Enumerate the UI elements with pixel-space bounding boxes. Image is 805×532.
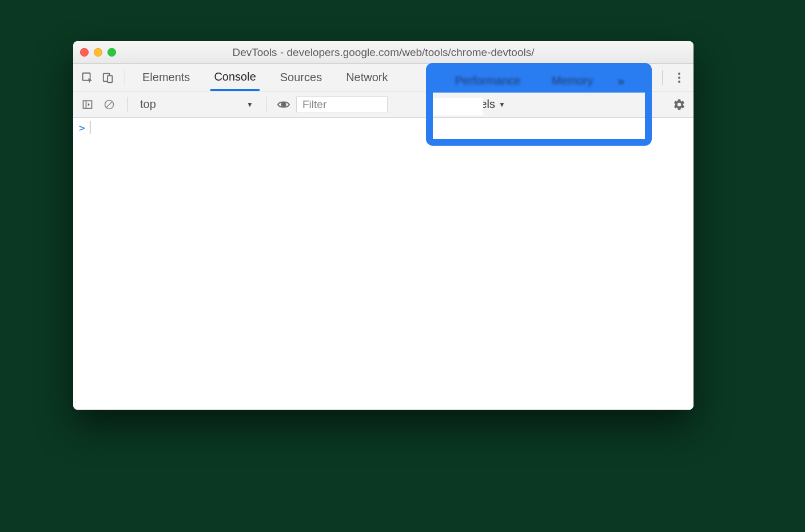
panel-tabs: Elements Console Sources Network bbox=[139, 64, 392, 91]
tab-elements[interactable]: Elements bbox=[139, 64, 193, 91]
toggle-sidebar-icon[interactable] bbox=[79, 96, 96, 113]
settings-gear-icon[interactable] bbox=[671, 96, 688, 113]
tab-network[interactable]: Network bbox=[342, 64, 391, 91]
traffic-lights bbox=[80, 48, 116, 57]
divider bbox=[662, 70, 663, 85]
annotation-overlay-fill bbox=[433, 70, 645, 93]
filter-input[interactable] bbox=[296, 96, 388, 113]
console-prompt[interactable]: > bbox=[79, 121, 688, 134]
console-toolbar: top ▼ Default levels ▼ bbox=[73, 91, 694, 118]
divider bbox=[127, 97, 127, 112]
svg-line-6 bbox=[106, 102, 112, 107]
divider bbox=[266, 97, 266, 112]
context-selector[interactable]: top ▼ bbox=[137, 98, 257, 111]
titlebar: DevTools - developers.google.com/web/too… bbox=[73, 41, 694, 64]
maximize-window-button[interactable] bbox=[107, 48, 116, 57]
live-expression-icon[interactable] bbox=[276, 96, 292, 113]
annotation-overlay-gap bbox=[433, 98, 483, 115]
inspect-element-icon[interactable] bbox=[79, 69, 96, 86]
minimize-window-button[interactable] bbox=[94, 48, 102, 57]
svg-rect-2 bbox=[107, 75, 112, 82]
dropdown-triangle-icon: ▼ bbox=[499, 101, 505, 109]
prompt-chevron-icon: > bbox=[79, 122, 85, 134]
svg-point-7 bbox=[282, 102, 286, 106]
device-toggle-icon[interactable] bbox=[99, 69, 117, 86]
dropdown-triangle-icon: ▼ bbox=[246, 101, 253, 109]
kebab-menu-icon[interactable] bbox=[671, 69, 688, 86]
tab-sources[interactable]: Sources bbox=[277, 64, 325, 91]
tab-console[interactable]: Console bbox=[210, 64, 259, 91]
close-window-button[interactable] bbox=[80, 48, 89, 57]
clear-console-icon[interactable] bbox=[101, 96, 118, 113]
window-title: DevTools - developers.google.com/web/too… bbox=[73, 46, 694, 59]
context-label: top bbox=[140, 98, 156, 111]
divider bbox=[125, 70, 125, 85]
devtools-window: DevTools - developers.google.com/web/too… bbox=[73, 41, 694, 410]
svg-rect-3 bbox=[83, 101, 92, 108]
console-output[interactable]: > bbox=[73, 118, 694, 410]
text-cursor bbox=[90, 121, 91, 134]
